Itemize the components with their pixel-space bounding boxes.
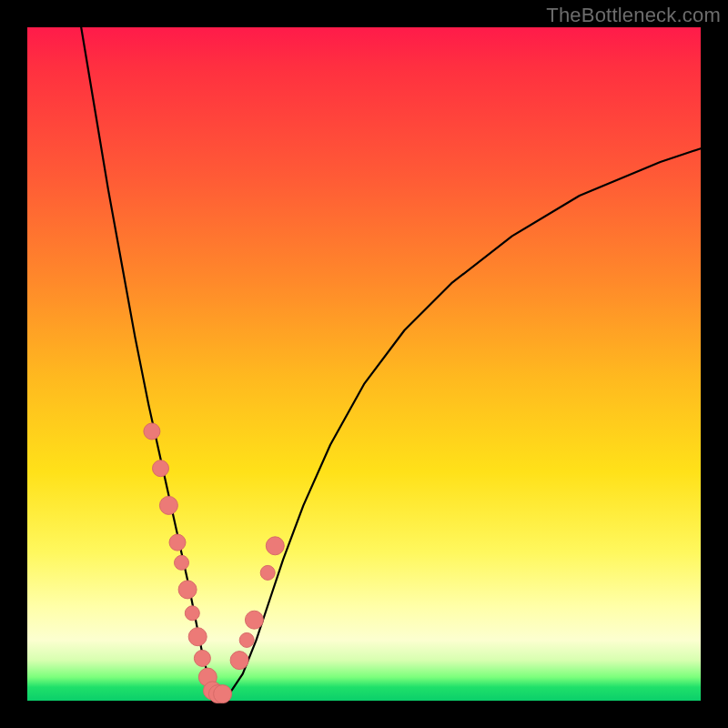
- data-marker: [194, 650, 210, 666]
- data-marker: [260, 565, 275, 580]
- data-marker: [159, 496, 177, 514]
- data-marker: [245, 611, 263, 629]
- data-marker: [266, 537, 284, 555]
- data-marker: [239, 632, 254, 647]
- data-marker: [153, 460, 169, 477]
- data-marker: [144, 423, 160, 440]
- watermark-text: TheBottleneck.com: [546, 4, 721, 27]
- outer-frame: TheBottleneck.com: [0, 0, 728, 728]
- chart-svg: [27, 27, 701, 701]
- data-marker: [214, 685, 232, 703]
- data-marker: [175, 555, 189, 570]
- data-marker: [169, 534, 186, 551]
- marker-group: [144, 423, 284, 703]
- data-marker: [230, 652, 248, 670]
- plot-area: [27, 27, 701, 701]
- data-marker: [178, 581, 197, 599]
- data-marker: [185, 606, 199, 621]
- bottleneck-curve-path: [81, 27, 701, 697]
- data-marker: [188, 628, 207, 646]
